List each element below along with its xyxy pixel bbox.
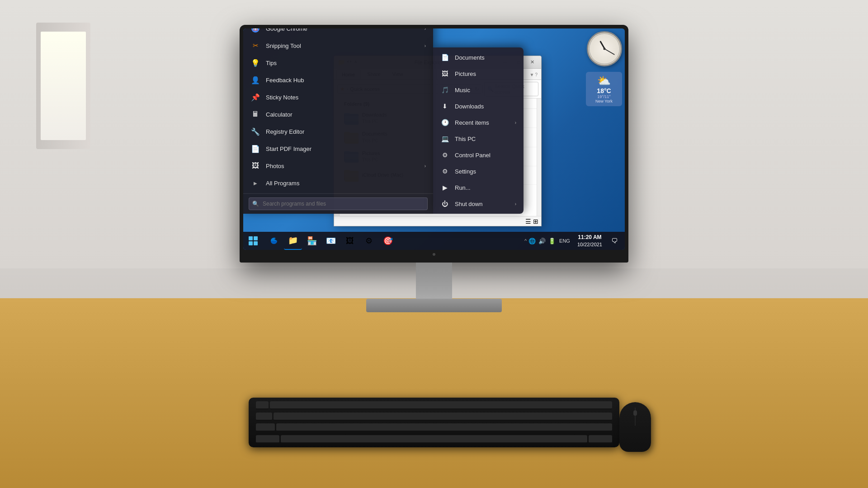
monitor-bezel: ⛅ 18°C 19°/11° New York 📁 ◂ ▸ ▲ File: [240, 25, 628, 263]
sticky-icon: 📌: [250, 92, 260, 102]
clock-face: [589, 33, 620, 64]
key-shift-r: [589, 435, 612, 443]
tray-icons: 🌐 🔊 🔋: [528, 238, 556, 244]
photos-arrow: ›: [425, 164, 426, 169]
mouse: [619, 402, 651, 452]
start-item-chrome[interactable]: Google Chrome ›: [243, 28, 433, 37]
controlpanel-icon: ⚙: [440, 150, 449, 160]
key-row3: [276, 423, 612, 432]
mail-icon: 📧: [326, 236, 336, 246]
view-list-icon[interactable]: ☰: [525, 218, 531, 225]
key-row: [270, 401, 612, 409]
thispc-icon: 💻: [440, 134, 449, 143]
weather-widget: ⛅ 18°C 19°/11° New York: [586, 72, 622, 106]
thispc-label: This PC: [455, 136, 476, 142]
run-icon: ▶: [440, 183, 449, 192]
clock-widget: [587, 31, 622, 66]
view-grid-icon[interactable]: ⊞: [533, 218, 538, 225]
room-shelf: [36, 23, 90, 149]
shutdown-label: Shut down: [455, 201, 482, 207]
submenu-item-controlpanel[interactable]: ⚙ Control Panel: [433, 147, 524, 163]
taskbar-pinned-icons: 📁 🏪 📧 🖼 ⚙ 🎯: [263, 232, 399, 250]
start-menu-items: 🎮 Xbox Game Bar: [243, 28, 433, 193]
start-item-snipping[interactable]: ✂ Snipping Tool ›: [243, 37, 433, 54]
status-bar: ☰ ⊞: [334, 216, 541, 226]
ribbon-collapse-icon[interactable]: ▼: [530, 72, 534, 77]
downloads-label: Downloads: [455, 103, 484, 110]
submenu-item-documents[interactable]: 📄 Documents: [433, 49, 524, 66]
scrollbar[interactable]: [537, 99, 541, 216]
submenu-item-thispc[interactable]: 💻 This PC: [433, 131, 524, 147]
pdf-label: Start PDF Imager: [266, 145, 311, 152]
taskbar-other[interactable]: 🎯: [379, 232, 397, 250]
tray-lang: ENG: [557, 238, 572, 244]
recent-icon: 🕐: [440, 118, 449, 127]
sticky-label: Sticky Notes: [266, 94, 298, 101]
calculator-label: Calculator: [266, 111, 292, 118]
notification-icon: 🗨: [611, 237, 618, 244]
tray-volume-icon[interactable]: 🔊: [538, 238, 546, 244]
tray-battery-icon[interactable]: 🔋: [548, 238, 556, 244]
start-search-area: 🔍: [243, 193, 433, 214]
key-tab: [256, 413, 272, 421]
start-item-tips[interactable]: 💡 Tips: [243, 54, 433, 71]
start-item-registry[interactable]: 🔧 Registry Editor: [243, 123, 433, 140]
ribbon-help-icon[interactable]: ?: [535, 72, 538, 77]
taskbar-store[interactable]: 🏪: [303, 232, 321, 250]
weather-city: New York: [589, 99, 619, 103]
desk: [0, 298, 868, 488]
music-label: Music: [455, 87, 470, 94]
monitor-stand-neck: [416, 263, 452, 299]
monitor-stand-base: [366, 299, 502, 312]
submenu-item-pictures[interactable]: 🖼 Pictures: [433, 66, 524, 82]
submenu-item-music[interactable]: 🎵 Music: [433, 82, 524, 98]
notification-center[interactable]: 🗨: [608, 232, 621, 250]
registry-label: Registry Editor: [266, 128, 304, 135]
taskbar-clock[interactable]: 11:20 AM 10/22/2021: [574, 234, 606, 248]
photos-icon: 🖼: [250, 161, 260, 171]
start-item-all-programs[interactable]: ▶ All Programs: [243, 174, 433, 192]
tips-label: Tips: [266, 60, 277, 66]
other-icon: 🎯: [383, 236, 393, 246]
snipping-label: Snipping Tool: [266, 42, 301, 49]
shutdown-icon: ⏻: [440, 199, 449, 208]
submenu-item-recent[interactable]: 🕐 Recent items ›: [433, 114, 524, 131]
snipping-icon: ✂: [250, 41, 260, 51]
taskbar-tray: ^ 🌐 🔊 🔋 ENG 11:20 AM 10/22/2021 🗨: [524, 232, 625, 250]
key-caps: [256, 423, 275, 432]
power-indicator: [433, 253, 435, 256]
submenu-item-settings[interactable]: ⚙ Settings: [433, 163, 524, 179]
start-item-feedback[interactable]: 👤 Feedback Hub: [243, 71, 433, 89]
taskbar-settings[interactable]: ⚙: [360, 232, 378, 250]
taskbar-mail[interactable]: 📧: [322, 232, 340, 250]
start-item-photos[interactable]: 🖼 Photos ›: [243, 157, 433, 174]
submenu: 📄 Documents 🖼 Pictures 🎵 Music ⬇ Downloa…: [433, 47, 524, 214]
taskbar-edge[interactable]: [265, 232, 283, 250]
documents-label: Documents: [455, 54, 485, 61]
clock-date: 10/22/2021: [577, 241, 602, 248]
key: [256, 401, 269, 409]
file-explorer-icon: 📁: [288, 235, 298, 245]
tray-network-icon[interactable]: 🌐: [528, 238, 536, 244]
start-item-calculator[interactable]: 🖩 Calculator: [243, 106, 433, 123]
submenu-item-run[interactable]: ▶ Run...: [433, 179, 524, 196]
windows-logo: [249, 236, 258, 245]
calculator-icon: 🖩: [250, 109, 260, 119]
monitor-screen: ⛅ 18°C 19°/11° New York 📁 ◂ ▸ ▲ File: [243, 28, 625, 250]
start-item-sticky[interactable]: 📌 Sticky Notes: [243, 89, 433, 106]
submenu-item-shutdown[interactable]: ⏻ Shut down ›: [433, 196, 524, 212]
taskbar-image[interactable]: 🖼: [341, 232, 359, 250]
taskbar-file-explorer[interactable]: 📁: [284, 232, 302, 250]
registry-icon: 🔧: [250, 127, 260, 136]
recent-label: Recent items: [455, 119, 489, 126]
start-button[interactable]: [243, 232, 263, 250]
documents-icon: 📄: [440, 53, 449, 62]
weather-range: 19°/11°: [589, 94, 619, 99]
start-search-input[interactable]: [249, 197, 428, 210]
submenu-item-downloads[interactable]: ⬇ Downloads: [433, 98, 524, 114]
tray-chevron[interactable]: ^: [524, 238, 527, 244]
start-item-pdf[interactable]: 📄 Start PDF Imager: [243, 140, 433, 157]
run-label: Run...: [455, 184, 471, 191]
close-button[interactable]: ✕: [526, 58, 538, 67]
pictures-icon: 🖼: [440, 69, 449, 78]
